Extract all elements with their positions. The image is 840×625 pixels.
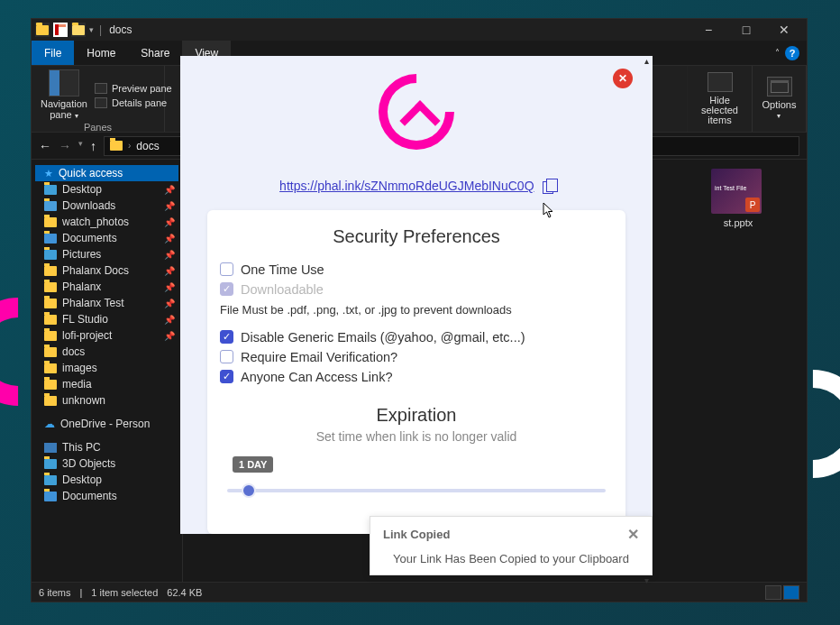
sidebar-item-lofi-project[interactable]: lofi-project📌 <box>32 327 182 344</box>
slider-tooltip: 1 DAY <box>233 456 273 473</box>
opt-anyone-can-access[interactable]: Anyone Can Access Link? <box>220 367 613 387</box>
sidebar-item-documents[interactable]: Documents📌 <box>32 230 182 246</box>
address-path: docs <box>136 140 159 152</box>
qat-dropdown-icon[interactable]: ▾ <box>89 25 94 34</box>
opt-require-email-verification[interactable]: Require Email Verification? <box>220 347 613 367</box>
slider-track[interactable] <box>227 489 606 492</box>
sidebar-3d-objects[interactable]: 3D Objects <box>32 455 182 472</box>
sidebar-item-media[interactable]: media <box>32 376 182 392</box>
sidebar-item-phalanx-test[interactable]: Phalanx Test📌 <box>32 295 182 311</box>
sidebar-item-images[interactable]: images <box>32 360 182 376</box>
folder-icon <box>44 331 57 341</box>
hide-selected-icon <box>708 72 733 92</box>
sidebar-item-downloads[interactable]: Downloads📌 <box>32 198 182 214</box>
security-preferences-card: Security Preferences One Time Use Downlo… <box>207 210 625 534</box>
pin-icon: 📌 <box>164 185 175 195</box>
maximize-button[interactable]: □ <box>727 19 765 41</box>
sidebar-pc-desktop[interactable]: Desktop <box>32 472 182 488</box>
download-note: File Must be .pdf, .png, .txt, or .jpg t… <box>220 303 613 317</box>
titlebar[interactable]: ▾ | docs − □ ✕ <box>32 19 807 41</box>
modal-close-button[interactable]: ✕ <box>613 69 633 88</box>
share-link[interactable]: https://phal.ink/sZNmmoRdeUGJMebINuC0Q <box>279 179 534 193</box>
cursor-icon <box>543 202 555 218</box>
modal-scrollbar[interactable]: ▴ ▾ <box>640 56 653 588</box>
pin-icon: 📌 <box>164 234 175 244</box>
tab-home[interactable]: Home <box>74 41 128 65</box>
sidebar-item-docs[interactable]: docs <box>32 344 182 360</box>
nav-back-icon[interactable]: ← <box>39 139 51 153</box>
toast-body: Your Link Has Been Copied to your Clipbo… <box>383 552 639 565</box>
preview-pane-toggle[interactable]: Preview pane <box>95 83 172 94</box>
nav-history-icon[interactable]: ▾ <box>78 139 83 153</box>
sidebar-onedrive[interactable]: ☁OneDrive - Person <box>32 416 182 432</box>
sidebar-this-pc[interactable]: This PC <box>32 439 182 455</box>
opt-disable-generic-emails[interactable]: Disable Generic Emails (@yahoo, @gmail, … <box>220 327 613 347</box>
sidebar-item-watch-photos[interactable]: watch_photos📌 <box>32 214 182 230</box>
sidebar-item-phalanx[interactable]: Phalanx📌 <box>32 279 182 295</box>
pictures-icon <box>44 250 57 260</box>
chevron-right-icon: › <box>128 141 131 151</box>
star-icon: ★ <box>44 168 53 179</box>
sidebar-quick-access[interactable]: ★ Quick access <box>35 165 178 181</box>
sidebar-pc-documents[interactable]: Documents <box>32 488 182 504</box>
folder-icon <box>44 347 57 357</box>
sidebar-item-desktop[interactable]: Desktop📌 <box>32 181 182 198</box>
status-items: 6 items <box>39 587 70 598</box>
pptx-thumbnail-icon: int Test File <box>711 169 762 214</box>
help-icon[interactable]: ? <box>785 46 799 60</box>
checkbox-icon[interactable] <box>220 330 233 344</box>
nav-up-icon[interactable]: ↑ <box>90 139 96 153</box>
toast-close-icon[interactable]: ✕ <box>627 526 639 543</box>
pin-icon: 📌 <box>164 266 175 276</box>
checkbox-icon[interactable] <box>220 350 233 363</box>
scroll-up-icon[interactable]: ▴ <box>640 56 653 69</box>
sidebar-item-fl-studio[interactable]: FL Studio📌 <box>32 311 182 327</box>
collapse-ribbon-icon[interactable]: ˄ <box>775 48 780 58</box>
navigation-pane-label[interactable]: Navigation pane <box>41 98 87 120</box>
properties-icon[interactable] <box>53 23 68 37</box>
new-folder-icon[interactable] <box>71 23 86 37</box>
status-size: 62.4 KB <box>167 587 202 598</box>
cloud-icon: ☁ <box>44 418 55 430</box>
hide-selected-label[interactable]: Hide selected items <box>697 96 743 125</box>
checkbox-icon[interactable] <box>220 370 233 383</box>
desktop-icon <box>44 185 57 195</box>
pin-icon: 📌 <box>164 331 175 341</box>
navigation-pane-icon <box>49 69 79 97</box>
desktop-icon <box>44 475 57 485</box>
folder-icon <box>44 201 57 211</box>
slider-thumb[interactable] <box>242 483 256 498</box>
status-selected: 1 item selected <box>91 587 158 598</box>
checkbox-icon[interactable] <box>220 262 233 276</box>
sidebar-item-phalanx-docs[interactable]: Phalanx Docs📌 <box>32 262 182 279</box>
sidebar-item-unknown[interactable]: unknown <box>32 392 182 409</box>
copy-icon[interactable] <box>543 181 553 194</box>
minimize-button[interactable]: − <box>689 19 727 41</box>
pin-icon: 📌 <box>164 217 175 227</box>
scroll-down-icon[interactable]: ▾ <box>640 575 653 588</box>
folder-icon <box>44 380 57 390</box>
documents-icon <box>44 492 57 501</box>
file-item-pptx[interactable]: int Test File st.pptx <box>711 169 765 228</box>
folder-icon <box>35 23 50 37</box>
titlebar-divider: | <box>99 23 102 36</box>
security-title: Security Preferences <box>220 226 613 247</box>
window-close-button[interactable]: ✕ <box>765 19 803 41</box>
expiration-slider[interactable]: 1 DAY <box>220 462 613 507</box>
opt-one-time-use[interactable]: One Time Use <box>220 260 613 280</box>
sidebar-item-pictures[interactable]: Pictures📌 <box>32 246 182 262</box>
view-large-icons-icon[interactable] <box>783 585 799 600</box>
folder-icon <box>44 299 57 308</box>
nav-forward-icon[interactable]: → <box>59 139 71 153</box>
toast-title: Link Copied <box>383 528 450 541</box>
expiration-subtitle: Set time when link is no longer valid <box>220 429 613 444</box>
3d-objects-icon <box>44 459 57 469</box>
tab-share[interactable]: Share <box>128 41 182 65</box>
options-label[interactable]: Options <box>762 99 797 110</box>
details-pane-toggle[interactable]: Details pane <box>95 97 172 108</box>
pc-icon <box>44 443 57 453</box>
expiration-title: Expiration <box>220 405 613 426</box>
view-details-icon[interactable] <box>765 585 781 600</box>
tab-file[interactable]: File <box>32 41 74 65</box>
folder-icon <box>44 266 57 276</box>
